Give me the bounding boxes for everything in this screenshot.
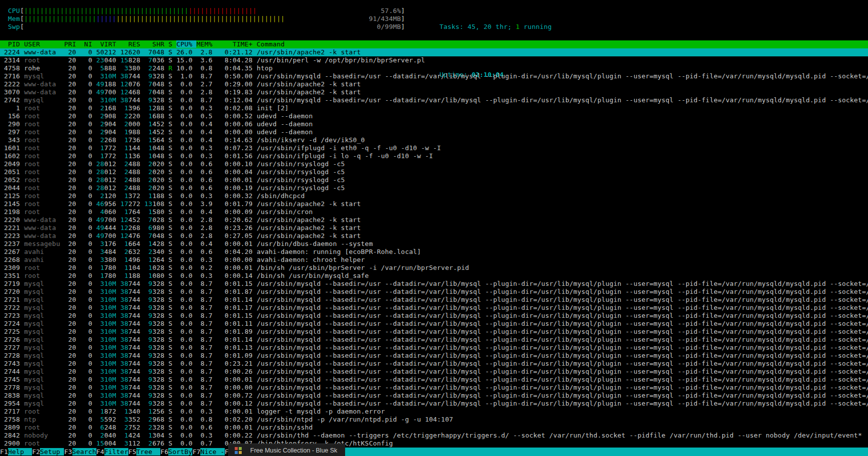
- fkey-filter[interactable]: F4Filter: [96, 448, 128, 456]
- cell-pid: 2049: [0, 160, 20, 168]
- process-row[interactable]: 2809 root 20 0 6248 2752 2328 S 0.0 0.6 …: [0, 424, 868, 432]
- cell-user: mysql: [24, 312, 60, 319]
- cell-user: www-data: [24, 80, 60, 88]
- cell-time: 0:00.01: [217, 240, 253, 247]
- process-row[interactable]: 2237 messagebu 20 0 3176 1664 1428 S 0.0…: [0, 240, 868, 248]
- column-header-time[interactable]: TIME+: [217, 40, 253, 48]
- column-header-virt[interactable]: VIRT: [96, 40, 116, 48]
- column-header-pri[interactable]: PRI: [64, 40, 76, 48]
- fkey-label: Help: [8, 448, 32, 456]
- process-row[interactable]: 2198 root 20 0 4060 1764 1580 S 0.0 0.4 …: [0, 208, 868, 216]
- process-row[interactable]: 2223 www-data 20 0 49700 12476 7048 S 0.…: [0, 232, 868, 240]
- cell-command: /usr/sbin/mysqld --basedir=/usr --datadi…: [257, 352, 868, 359]
- cell-time: 0:01.17: [217, 304, 253, 311]
- process-row[interactable]: 2723 mysql 20 0 310M 38744 9328 S 0.0 8.…: [0, 312, 868, 320]
- process-row[interactable]: 4758 rohe 20 0 5888 3380 2248 R 10.0 0.8…: [0, 64, 868, 72]
- process-row[interactable]: 2726 mysql 20 0 310M 38744 9328 S 0.0 8.…: [0, 336, 868, 344]
- process-row[interactable]: 2716 mysql 20 0 310M 38744 9328 S 1.0 8.…: [0, 72, 868, 80]
- fkey-sortby[interactable]: F6SortBy: [160, 448, 192, 456]
- cell-pri: 20: [64, 352, 76, 359]
- column-header-cpu[interactable]: CPU%: [176, 40, 196, 48]
- process-row[interactable]: 2052 root 20 0 28012 2488 2020 S 0.0 0.6…: [0, 176, 868, 184]
- process-row[interactable]: 2745 mysql 20 0 310M 38744 9328 S 0.0 8.…: [0, 376, 868, 384]
- process-row[interactable]: 1601 root 20 0 1772 1144 1048 S 0.0 0.3 …: [0, 144, 868, 152]
- process-row[interactable]: 2221 www-data 20 0 49444 12268 6980 S 0.…: [0, 224, 868, 232]
- cell-mem: 8.7: [196, 400, 212, 407]
- process-row[interactable]: 2222 www-data 20 0 49188 12076 7048 S 0.…: [0, 80, 868, 88]
- process-row[interactable]: 290 root 20 0 2904 2000 1452 S 0.0 0.4 0…: [0, 120, 868, 128]
- column-header-user[interactable]: USER: [24, 40, 60, 48]
- column-header-mem[interactable]: MEM%: [196, 40, 212, 48]
- process-row[interactable]: 2720 mysql 20 0 310M 38744 9328 S 0.0 8.…: [0, 288, 868, 296]
- process-row[interactable]: 2742 mysql 20 0 310M 38744 9328 S 0.0 8.…: [0, 96, 868, 104]
- cell-mem: 2.7: [196, 80, 212, 88]
- process-row[interactable]: 2727 mysql 20 0 310M 38744 9328 S 0.0 8.…: [0, 344, 868, 352]
- cell-mem: 0.6: [196, 176, 212, 184]
- cell-pri: 20: [64, 104, 76, 112]
- cell-command: /usr/sbin/mysqld --basedir=/usr --datadi…: [257, 368, 868, 375]
- column-header-pid[interactable]: PID: [0, 40, 20, 48]
- fkey-help[interactable]: F1Help: [0, 448, 32, 456]
- process-row[interactable]: 2743 mysql 20 0 310M 38744 9328 S 0.0 8.…: [0, 360, 868, 368]
- taskbar-thumbnail[interactable]: Free Music Collection - Blue Sk: [228, 444, 345, 456]
- process-row[interactable]: 2220 www-data 20 0 49700 12452 7028 S 0.…: [0, 216, 868, 224]
- fkey-search[interactable]: F3Search: [64, 448, 96, 456]
- process-row[interactable]: 2268 avahi 20 0 3380 1496 1264 S 0.0 0.3…: [0, 256, 868, 264]
- process-row[interactable]: 2309 root 20 0 1780 1104 1028 S 0.0 0.2 …: [0, 264, 868, 272]
- process-row[interactable]: 2838 mysql 20 0 310M 38744 9328 S 0.0 8.…: [0, 392, 868, 400]
- cell-cpu: 0.0: [176, 400, 192, 407]
- process-row[interactable]: 2049 root 20 0 28012 2488 2020 S 0.0 0.6…: [0, 160, 868, 168]
- cell-pid: 2309: [0, 264, 20, 271]
- cell-pid: 2726: [0, 336, 20, 343]
- cell-ni: 0: [80, 240, 92, 247]
- process-row[interactable]: 2044 root 20 0 28012 2488 2020 S 0.0 0.6…: [0, 184, 868, 192]
- cell-user: ntp: [24, 416, 60, 423]
- cell-pri: 20: [64, 200, 76, 208]
- process-row[interactable]: 297 root 20 0 2904 1988 1452 S 0.0 0.4 0…: [0, 128, 868, 136]
- process-row[interactable]: 2725 mysql 20 0 310M 38744 9328 S 0.0 8.…: [0, 328, 868, 336]
- process-row[interactable]: 2314 root 20 0 23040 15828 7036 S 15.0 3…: [0, 56, 868, 64]
- cell-mem: 2.8: [196, 232, 212, 239]
- process-row[interactable]: 2267 avahi 20 0 3484 2632 2340 S 0.0 0.6…: [0, 248, 868, 256]
- process-row[interactable]: 2717 root 20 0 1872 1340 1256 S 0.0 0.3 …: [0, 408, 868, 416]
- cell-time: 8:04.28: [217, 56, 253, 64]
- cell-time: 0:00.32: [217, 192, 253, 200]
- process-row[interactable]: 2719 mysql 20 0 310M 38744 9328 S 0.0 8.…: [0, 280, 868, 288]
- process-row[interactable]: 2744 mysql 20 0 310M 38744 9328 S 0.0 8.…: [0, 368, 868, 376]
- process-row[interactable]: 2724 mysql 20 0 310M 38744 9328 S 0.0 8.…: [0, 320, 868, 328]
- column-header-shr[interactable]: SHR: [144, 40, 164, 48]
- process-row[interactable]: 2145 root 20 0 46956 17272 13108 S 0.0 3…: [0, 200, 868, 208]
- process-row[interactable]: 3070 www-data 20 0 49700 12468 7048 S 0.…: [0, 88, 868, 96]
- process-row[interactable]: 1 root 20 0 2168 1396 1288 S 0.0 0.3 0:0…: [0, 104, 868, 112]
- fkey-setup[interactable]: F2Setup: [32, 448, 64, 456]
- process-row[interactable]: 2954 mysql 20 0 310M 38744 9328 S 0.0 8.…: [0, 400, 868, 408]
- process-row[interactable]: 2758 ntp 20 0 5592 3352 2968 S 0.0 0.8 0…: [0, 416, 868, 424]
- fkey-nice[interactable]: F7Nice -: [192, 448, 224, 456]
- process-row[interactable]: 2842 nobody 20 0 2040 1424 1304 S 0.0 0.…: [0, 432, 868, 440]
- process-row[interactable]: 2351 root 20 0 1780 1188 1080 S 0.0 0.3 …: [0, 272, 868, 280]
- cell-ni: 0: [80, 392, 92, 399]
- column-header-command[interactable]: Command: [257, 40, 285, 48]
- column-header-res[interactable]: RES: [120, 40, 140, 48]
- process-row[interactable]: 2900 root 20 0 15004 3112 2676 S 0.0 0.7…: [0, 440, 868, 448]
- cell-ni: 0: [80, 216, 92, 224]
- cell-ni: 0: [80, 144, 92, 152]
- cell-user: www-data: [24, 224, 60, 231]
- process-row[interactable]: 343 root 20 0 2268 1736 1564 S 0.0 0.4 0…: [0, 136, 868, 144]
- process-row[interactable]: 2224 www-data 20 0 50212 12620 7048 S 26…: [0, 48, 868, 56]
- process-row[interactable]: 2728 mysql 20 0 310M 38744 9328 S 0.0 8.…: [0, 352, 868, 360]
- column-header-ni[interactable]: NI: [80, 40, 92, 48]
- cell-cpu: 0.0: [176, 408, 192, 415]
- process-row[interactable]: 2125 root 20 0 2120 1372 1188 S 0.0 0.3 …: [0, 192, 868, 200]
- process-row[interactable]: 2778 mysql 20 0 310M 38744 9328 S 0.0 8.…: [0, 384, 868, 392]
- fkey-tree[interactable]: F5Tree: [128, 448, 160, 456]
- cell-pri: 20: [64, 416, 76, 423]
- cell-command: /usr/sbin/mysqld --basedir=/usr --datadi…: [257, 336, 868, 343]
- cell-pri: 20: [64, 344, 76, 351]
- process-row[interactable]: 2722 mysql 20 0 310M 38744 9328 S 0.0 8.…: [0, 304, 868, 312]
- process-row[interactable]: 2721 mysql 20 0 310M 38744 9328 S 0.0 8.…: [0, 296, 868, 304]
- process-row[interactable]: 2051 root 20 0 28012 2488 2020 S 0.0 0.6…: [0, 168, 868, 176]
- cell-pid: 4758: [0, 64, 20, 72]
- process-row[interactable]: 156 root 20 0 2908 2220 1688 S 0.0 0.5 0…: [0, 112, 868, 120]
- process-row[interactable]: 1602 root 20 0 1772 1136 1048 S 0.0 0.3 …: [0, 152, 868, 160]
